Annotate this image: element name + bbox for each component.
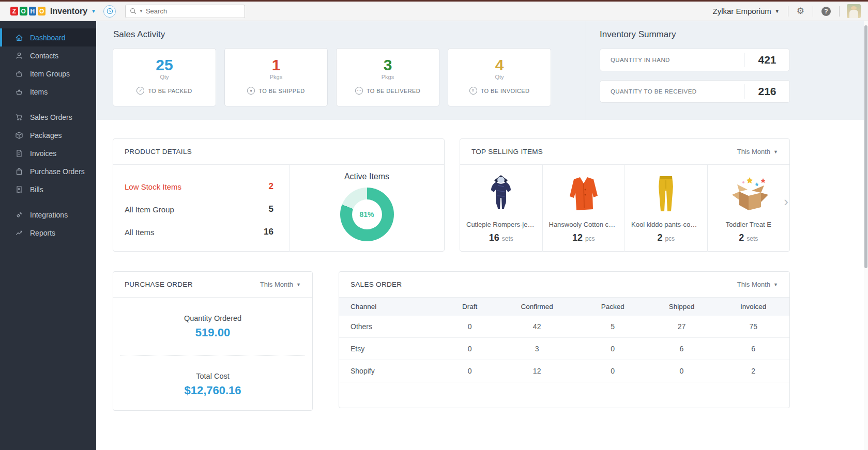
column-header: Packed xyxy=(580,298,646,316)
table-row[interactable]: Etsy 0 3 0 6 6 xyxy=(339,338,789,360)
top-selling-item[interactable]: Cutiepie Rompers-jet ... 16 sets xyxy=(460,165,542,252)
card-label: TO BE PACKED xyxy=(148,88,192,94)
yellow-pants-image xyxy=(625,171,707,216)
card-label: TO BE DELIVERED xyxy=(367,88,420,94)
org-picker[interactable]: Zylkar Emporium ▼ xyxy=(704,7,787,15)
basket-icon xyxy=(15,70,23,78)
top-selling-item[interactable]: Kool kiddo pants-cow ... 2 pcs xyxy=(625,165,707,252)
quantity-in-hand-row[interactable]: QUANTITY IN HAND 421 xyxy=(600,49,790,71)
search-scope-caret-icon[interactable]: ▼ xyxy=(139,9,143,13)
cell: 0 xyxy=(646,360,717,382)
top-selling-item[interactable]: Toddler Treat E 2 sets xyxy=(707,165,790,252)
column-header: Channel xyxy=(339,298,445,316)
to-be-packed-value: 25 xyxy=(113,56,216,73)
cell: Others xyxy=(339,316,445,338)
sidebar-item-purchase-orders[interactable]: Purchase Orders xyxy=(0,162,96,180)
to-be-shipped-value: 1 xyxy=(225,56,327,73)
search-box[interactable]: ▼ xyxy=(125,5,245,18)
navy-romper-image xyxy=(460,171,542,216)
topbar-right: Zylkar Emporium ▼ ⚙ ? xyxy=(704,4,868,18)
purchase-order-card: PURCHASE ORDER This Month ▼ Quantity Ord… xyxy=(113,271,313,411)
to-be-delivered-card[interactable]: 3 Pkgs ⋯TO BE DELIVERED xyxy=(336,48,439,106)
cell: Shopify xyxy=(339,360,445,382)
sidebar-item-packages[interactable]: Packages xyxy=(0,126,96,144)
sidebar-item-label: Invoices xyxy=(30,149,56,158)
scrollbar-thumb[interactable] xyxy=(864,25,867,268)
help-icon[interactable]: ? xyxy=(821,7,831,16)
chevron-down-icon[interactable]: ▼ xyxy=(91,8,96,14)
search-input[interactable] xyxy=(146,7,240,15)
product-name: Inventory xyxy=(50,7,87,16)
inventory-summary-title: Inventory Summary xyxy=(600,29,676,40)
sales-activity-cards: 25 Qty ✓TO BE PACKED 1 Pkgs ●TO BE SHIPP… xyxy=(113,48,551,106)
sidebar-item-invoices[interactable]: Invoices xyxy=(0,144,96,162)
plug-icon xyxy=(15,211,23,219)
invoice-circle-icon: ≡ xyxy=(469,87,477,95)
period-label: This Month xyxy=(737,281,770,288)
cell: 0 xyxy=(445,360,494,382)
top-selling-item[interactable]: Hanswooly Cotton cas... 12 pcs xyxy=(542,165,625,252)
sidebar-item-sales-orders[interactable]: Sales Orders xyxy=(0,108,96,126)
sidebar-item-label: Integrations xyxy=(30,211,68,219)
sidebar-item-items[interactable]: Items xyxy=(0,83,96,101)
zoho-inventory-dashboard: Z O H O Inventory ▼ ▼ Zylkar Emporium ▼ xyxy=(0,0,868,450)
to-be-invoiced-value: 4 xyxy=(448,56,551,73)
delivered-circle-icon: ⋯ xyxy=(355,87,363,95)
item-qty: 16 xyxy=(489,232,499,243)
sidebar-item-bills[interactable]: Bills xyxy=(0,180,96,198)
sales-order-title: SALES ORDER xyxy=(351,281,402,288)
sidebar-item-contacts[interactable]: Contacts xyxy=(0,46,96,65)
sidebar-item-item-groups[interactable]: Item Groups xyxy=(0,65,96,83)
cell: 2 xyxy=(717,360,789,382)
unit-label: Qty xyxy=(448,74,551,80)
row-label: All Item Group xyxy=(125,205,174,214)
carousel-next-icon[interactable]: › xyxy=(784,195,788,208)
unit-label: Pkgs xyxy=(337,74,439,80)
sidebar-item-integrations[interactable]: Integrations xyxy=(0,206,96,224)
purchase-order-period-dropdown[interactable]: This Month ▼ xyxy=(260,281,301,288)
cell: 0 xyxy=(580,360,646,382)
column-header: Draft xyxy=(445,298,494,316)
quantity-to-be-received-row[interactable]: QUANTITY TO BE RECEIVED 216 xyxy=(600,80,790,103)
user-avatar[interactable] xyxy=(847,4,861,18)
chevron-down-icon: ▼ xyxy=(773,149,778,154)
chevron-down-icon: ▼ xyxy=(773,282,778,287)
item-unit: pcs xyxy=(665,235,675,242)
top-selling-period-dropdown[interactable]: This Month ▼ xyxy=(737,148,778,156)
to-be-packed-card[interactable]: 25 Qty ✓TO BE PACKED xyxy=(113,48,216,106)
table-row[interactable]: Shopify 0 12 0 0 2 xyxy=(339,360,789,382)
zoho-logo[interactable]: Z O H O Inventory ▼ xyxy=(0,7,96,16)
product-details-card: PRODUCT DETAILS Low Stock Items 2 All It… xyxy=(113,138,445,252)
sales-order-period-dropdown[interactable]: This Month ▼ xyxy=(737,281,778,288)
logo-letter-o2: O xyxy=(38,7,45,15)
gear-icon[interactable]: ⚙ xyxy=(788,6,813,17)
column-header: Invoiced xyxy=(717,298,789,316)
to-be-invoiced-card[interactable]: 4 Qty ≡TO BE INVOICED xyxy=(448,48,551,106)
sidebar-item-label: Contacts xyxy=(30,52,58,60)
table-row[interactable]: Others 0 42 5 27 75 xyxy=(339,316,789,338)
quantity-ordered-value: 519.00 xyxy=(113,326,312,339)
vertical-scrollbar[interactable] xyxy=(864,21,868,450)
item-unit: sets xyxy=(747,235,758,242)
inventory-summary: Inventory Summary QUANTITY IN HAND 421 Q… xyxy=(586,21,864,120)
to-be-shipped-card[interactable]: 1 Pkgs ●TO BE SHIPPED xyxy=(224,48,328,106)
column-header: Shipped xyxy=(646,298,717,316)
sidebar-item-label: Bills xyxy=(30,185,43,194)
cell: 0 xyxy=(445,316,494,338)
all-item-group-row[interactable]: All Item Group 5 xyxy=(125,198,273,221)
table-header-row: Channel Draft Confirmed Packed Shipped I… xyxy=(339,298,789,316)
history-icon[interactable] xyxy=(103,5,116,18)
sales-order-card: SALES ORDER This Month ▼ Channel Draft C… xyxy=(339,271,790,408)
cell: 6 xyxy=(717,338,789,360)
cell: 12 xyxy=(494,360,580,382)
sidebar-item-dashboard[interactable]: Dashboard xyxy=(0,28,96,46)
active-items-percent: 81% xyxy=(359,210,374,219)
orange-cardigan-image xyxy=(543,171,625,216)
cell: 3 xyxy=(494,338,580,360)
low-stock-items-row[interactable]: Low Stock Items 2 xyxy=(125,175,273,198)
person-icon xyxy=(15,52,23,60)
all-items-row[interactable]: All Items 16 xyxy=(125,221,273,243)
package-icon xyxy=(15,131,23,139)
card-label: TO BE SHIPPED xyxy=(258,88,304,94)
sidebar-item-reports[interactable]: Reports xyxy=(0,224,96,242)
